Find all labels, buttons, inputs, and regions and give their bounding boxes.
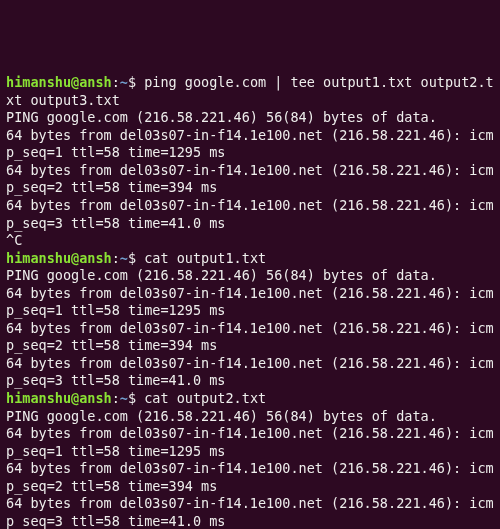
ping-reply-line: 64 bytes from del03s07-in-f14.1e100.net …	[6, 127, 494, 161]
prompt-path: ~	[120, 74, 128, 90]
prompt-sep: :	[112, 250, 120, 266]
prompt-userhost: himanshu@ansh	[6, 390, 112, 406]
ping-reply-line: 64 bytes from del03s07-in-f14.1e100.net …	[6, 162, 494, 196]
prompt-path: ~	[120, 250, 128, 266]
prompt-sigil: $	[128, 390, 144, 406]
prompt-userhost: himanshu@ansh	[6, 250, 112, 266]
ping-header: PING google.com (216.58.221.46) 56(84) b…	[6, 109, 437, 125]
ping-reply-line: 64 bytes from del03s07-in-f14.1e100.net …	[6, 425, 494, 459]
ping-reply-line: 64 bytes from del03s07-in-f14.1e100.net …	[6, 495, 494, 529]
ping-reply-line: 64 bytes from del03s07-in-f14.1e100.net …	[6, 460, 494, 494]
ping-reply-line: 64 bytes from del03s07-in-f14.1e100.net …	[6, 355, 494, 389]
ping-reply-line: 64 bytes from del03s07-in-f14.1e100.net …	[6, 197, 494, 231]
terminal-line: himanshu@ansh:~$ cat output2.txt	[6, 390, 266, 406]
terminal-line: himanshu@ansh:~$ ping google.com | tee o…	[6, 74, 494, 108]
prompt-sigil: $	[128, 250, 144, 266]
command-input[interactable]: cat output2.txt	[144, 390, 266, 406]
prompt-sigil: $	[128, 74, 144, 90]
command-input[interactable]: cat output1.txt	[144, 250, 266, 266]
prompt-sep: :	[112, 74, 120, 90]
interrupt-signal: ^C	[6, 232, 22, 248]
prompt-sep: :	[112, 390, 120, 406]
ping-reply-line: 64 bytes from del03s07-in-f14.1e100.net …	[6, 285, 494, 319]
ping-header: PING google.com (216.58.221.46) 56(84) b…	[6, 408, 437, 424]
terminal-line: himanshu@ansh:~$ cat output1.txt	[6, 250, 266, 266]
prompt-userhost: himanshu@ansh	[6, 74, 112, 90]
ping-header: PING google.com (216.58.221.46) 56(84) b…	[6, 267, 437, 283]
ping-reply-line: 64 bytes from del03s07-in-f14.1e100.net …	[6, 320, 494, 354]
prompt-path: ~	[120, 390, 128, 406]
